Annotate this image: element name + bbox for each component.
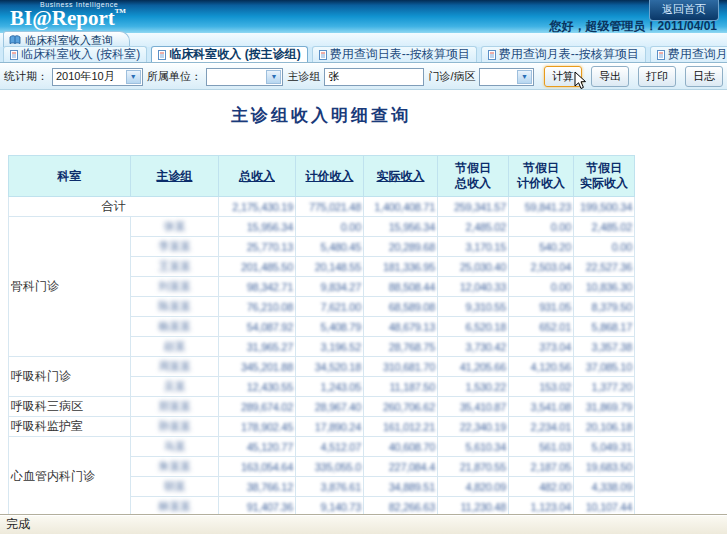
tab-fee-monthly-by-item[interactable]: 费用查询月表--按核算项目 [481, 46, 646, 62]
page-icon [488, 50, 496, 60]
value-cell: 259,341.57 [438, 197, 509, 217]
value-cell: 25,770.13 [219, 237, 296, 257]
value-cell: 15,956.34 [219, 217, 296, 237]
value-cell: 153.02 [509, 377, 574, 397]
page-icon [10, 50, 18, 60]
value-cell: 2,234.01 [509, 417, 574, 437]
brand-trademark: TM [115, 7, 126, 15]
value-cell: 45,120.77 [219, 437, 296, 457]
page-icon [158, 50, 166, 60]
value-cell: 0.00 [509, 217, 574, 237]
value-cell: 20,106.18 [574, 417, 635, 437]
dept-cell: 骨科门诊 [9, 217, 131, 357]
value-cell: 201,485.50 [219, 257, 296, 277]
table-header-row: 科室主诊组总收入计价收入实际收入节假日总收入节假日计价收入节假日实际收入 [9, 156, 635, 197]
tab-fee-monthly-by-dept[interactable]: 费用查询月表--按科室 [650, 46, 727, 62]
column-header: 节假日总收入 [438, 156, 509, 197]
value-cell: 38,766.12 [219, 477, 296, 497]
column-header[interactable]: 主诊组 [131, 156, 219, 197]
value-cell: 1,123.04 [509, 497, 574, 515]
value-cell: 10,107.44 [574, 497, 635, 515]
value-cell: 5,480.45 [296, 237, 364, 257]
value-cell: 15,956.34 [364, 217, 438, 237]
value-cell: 37,085.10 [574, 357, 635, 377]
report-title: 主诊组收入明细查询 [8, 104, 634, 127]
column-header: 节假日计价收入 [509, 156, 574, 197]
value-cell: 4,338.09 [574, 477, 635, 497]
value-cell: 9,834.27 [296, 277, 364, 297]
export-button[interactable]: 导出 [591, 66, 629, 87]
value-cell: 178,902.45 [219, 417, 296, 437]
tab-label: 临床科室收入 (按主诊组) [169, 46, 300, 63]
chevron-down-icon[interactable]: ▼ [126, 70, 141, 84]
value-cell: 9,310.55 [438, 297, 509, 317]
group-name-cell: 李某某 [131, 237, 219, 257]
value-cell: 561.03 [509, 437, 574, 457]
period-select[interactable]: 2010年10月 ▼ [52, 68, 143, 86]
value-cell: 260,706.62 [364, 397, 438, 417]
value-cell: 310,681.70 [364, 357, 438, 377]
dept-cell: 呼吸科门诊 [9, 357, 131, 397]
value-cell: 227,084.4 [364, 457, 438, 477]
value-cell: 7,621.00 [296, 297, 364, 317]
dept-cell: 心血管内科门诊 [9, 437, 131, 515]
brand-title: BI@ReportTM [10, 8, 126, 29]
value-cell: 48,679.13 [364, 317, 438, 337]
tab-fee-daily-by-item[interactable]: 费用查询日表--按核算项目 [312, 46, 477, 62]
table-row: 呼吸科门诊周某某345,201.8834,520.18310,681.7041,… [9, 357, 635, 377]
period-label: 统计期： [4, 69, 48, 84]
value-cell: 181,336.95 [364, 257, 438, 277]
app-logo: Business Intelligence BI@ReportTM [10, 1, 126, 29]
column-header[interactable]: 总收入 [219, 156, 296, 197]
value-cell: 11,230.48 [438, 497, 509, 515]
value-cell: 6,520.18 [438, 317, 509, 337]
value-cell: 12,430.55 [219, 377, 296, 397]
book-icon [9, 35, 21, 45]
value-cell: 31,869.79 [574, 397, 635, 417]
value-cell: 3,170.15 [438, 237, 509, 257]
value-cell: 3,357.38 [574, 337, 635, 357]
group-name-cell: 刘某某 [131, 277, 219, 297]
page-icon [657, 50, 665, 60]
column-header[interactable]: 计价收入 [296, 156, 364, 197]
value-cell: 54,087.92 [219, 317, 296, 337]
value-cell: 20,289.68 [364, 237, 438, 257]
table-row: 呼吸科三病区郑某某289,674.0228,967.40260,706.6235… [9, 397, 635, 417]
group-name-cell: 陈某某 [131, 297, 219, 317]
value-cell: 482.00 [509, 477, 574, 497]
chevron-down-icon[interactable]: ▼ [517, 70, 532, 84]
group-input[interactable] [324, 68, 424, 86]
column-header[interactable]: 实际收入 [364, 156, 438, 197]
chevron-down-icon[interactable]: ▼ [266, 70, 281, 84]
report-tab-bar: 临床科室收入 (按科室) 临床科室收入 (按主诊组) 费用查询日表--按核算项目… [0, 47, 727, 63]
log-button[interactable]: 日志 [685, 66, 723, 87]
tab-label: 费用查询日表--按核算项目 [330, 46, 470, 63]
period-value: 2010年10月 [56, 69, 115, 84]
print-button[interactable]: 打印 [638, 66, 676, 87]
value-cell: 17,890.24 [296, 417, 364, 437]
tab-label: 费用查询月表--按核算项目 [499, 46, 639, 63]
value-cell: 335,055.0 [296, 457, 364, 477]
value-cell: 28,768.75 [364, 337, 438, 357]
value-cell: 21,870.55 [438, 457, 509, 477]
value-cell: 931.05 [509, 297, 574, 317]
value-cell: 25,030.40 [438, 257, 509, 277]
group-name-cell: 郑某某 [131, 397, 219, 417]
value-cell: 345,201.88 [219, 357, 296, 377]
tab-income-by-group[interactable]: 临床科室收入 (按主诊组) [151, 46, 307, 62]
value-cell: 9,140.73 [296, 497, 364, 515]
value-cell: 199,500.34 [574, 197, 635, 217]
table-row: 呼吸科监护室孙某某178,902.4517,890.24161,012.2122… [9, 417, 635, 437]
value-cell: 373.04 [509, 337, 574, 357]
area-select[interactable]: ▼ [479, 68, 534, 86]
value-cell: 2,187.05 [509, 457, 574, 477]
value-cell: 88,508.44 [364, 277, 438, 297]
group-name-cell: 赵某 [131, 337, 219, 357]
unit-select[interactable]: ▼ [206, 68, 284, 86]
value-cell: 289,674.02 [219, 397, 296, 417]
group-name-cell: 王某某 [131, 257, 219, 277]
tab-income-by-dept[interactable]: 临床科室收入 (按科室) [3, 46, 147, 62]
value-cell: 34,889.51 [364, 477, 438, 497]
total-label: 合计 [9, 197, 219, 217]
top-banner: Business Intelligence BI@ReportTM 返回首页 您… [0, 0, 727, 33]
